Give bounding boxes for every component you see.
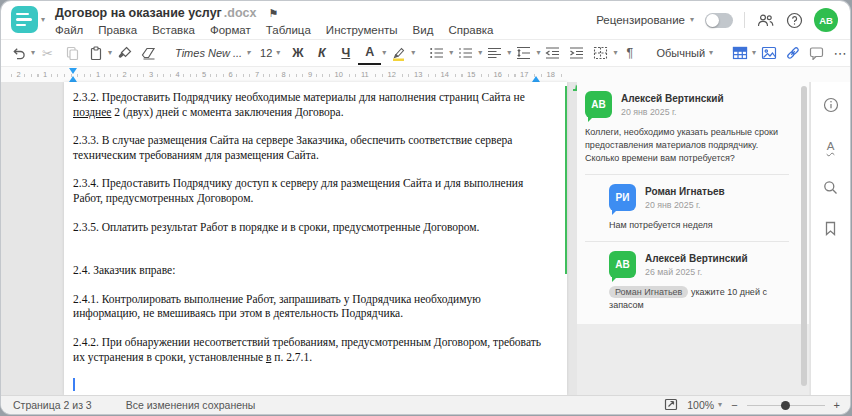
align-left-icon[interactable]	[483, 42, 506, 64]
help-icon[interactable]	[785, 11, 803, 29]
bullet-list-dropdown-icon[interactable]: ▾	[449, 49, 453, 57]
review-mode-label: Рецензирование	[596, 14, 685, 26]
ruler-number: 12	[386, 70, 398, 79]
borders-dropdown-icon[interactable]: ▾	[613, 49, 617, 57]
document-page[interactable]: 2.3.2. Предоставить Подрядчику необходим…	[64, 82, 567, 395]
bold-button[interactable]: Ж	[286, 42, 309, 64]
insert-link-icon[interactable]	[781, 42, 804, 64]
toolbar: ▾ ✂ ▾ Times New ... ▾	[1, 39, 850, 67]
font-size-value: 12	[260, 47, 272, 59]
clear-style-icon[interactable]	[137, 42, 160, 64]
paste-icon[interactable]	[84, 42, 107, 64]
header: ▾ Договор на оказание услуг.docx ⚑ ФайлП…	[1, 1, 850, 39]
zoom-select[interactable]: 100% ▾	[687, 399, 722, 411]
app-logo[interactable]	[11, 6, 38, 33]
first-line-indent-marker[interactable]	[69, 68, 77, 74]
format-painter-icon[interactable]	[113, 42, 136, 64]
underline-button[interactable]: Ч	[334, 42, 357, 64]
collaborators-icon[interactable]	[756, 11, 774, 29]
table-dropdown-icon[interactable]: ▾	[752, 49, 756, 57]
comment-text: Нам потребуется неделя	[609, 219, 789, 232]
paragraph: 2.4.1. Контролировать выполнение Работ, …	[73, 292, 545, 321]
menu-item-0[interactable]: Файл	[55, 24, 83, 36]
status-bar: Страница 2 из 3 Все изменения сохранены …	[1, 395, 850, 414]
line-spacing-dropdown-icon[interactable]: ▾	[536, 49, 540, 57]
comment-date: 20 янв 2025 г.	[645, 200, 725, 210]
paragraph: 2.3.2. Предоставить Подрядчику необходим…	[73, 90, 545, 119]
document-extension: .docx	[224, 6, 257, 20]
numbered-list-icon[interactable]	[454, 42, 477, 64]
ruler-number: 10	[333, 70, 345, 79]
ruler-number: 13	[412, 70, 424, 79]
comments-list: АВАлексей Вертинский20 янв 2025 г.Коллег…	[577, 82, 809, 324]
font-size-select[interactable]: 12 ▾	[255, 42, 285, 64]
highlight-color-icon[interactable]	[387, 42, 410, 64]
info-icon[interactable]	[822, 96, 840, 114]
bookmark-icon[interactable]	[822, 219, 840, 237]
paragraph: 2.3.5. Оплатить результат Работ в порядк…	[73, 220, 545, 235]
review-toggle[interactable]	[705, 13, 733, 28]
ruler-number: 6	[227, 70, 235, 79]
font-name-select[interactable]: Times New ... ▾	[170, 42, 254, 64]
italic-button[interactable]: К	[310, 42, 333, 64]
menu-item-3[interactable]: Формат	[210, 24, 251, 36]
line-spacing-icon[interactable]	[512, 42, 535, 64]
menu-item-1[interactable]: Правка	[98, 24, 137, 36]
user-avatar[interactable]: АВ	[814, 8, 838, 32]
show-formatting-marks-button[interactable]: ¶	[618, 42, 641, 64]
increase-indent-icon[interactable]	[565, 42, 588, 64]
numbered-list-dropdown-icon[interactable]: ▾	[478, 49, 482, 57]
more-tools-button[interactable]: ⋯	[829, 42, 850, 64]
document-title[interactable]: Договор на оказание услуг	[55, 6, 222, 20]
comment[interactable]: РИРоман Игнатьев20 янв 2025 г.Нам потреб…	[585, 174, 789, 232]
menu-item-5[interactable]: Инструменты	[326, 24, 398, 36]
comment[interactable]: АВАлексей Вертинский26 май 2025 г.Роман …	[585, 241, 789, 312]
comments-scrollbar[interactable]	[801, 86, 807, 386]
undo-dropdown-icon[interactable]: ▾	[31, 49, 35, 57]
comment-text: Коллеги, необходимо указать реальные сро…	[585, 126, 789, 165]
font-color-button[interactable]: А	[358, 41, 381, 65]
zoom-in-button[interactable]: +	[834, 399, 840, 411]
zoom-slider-thumb[interactable]	[781, 401, 790, 410]
chevron-down-icon: ▾	[718, 401, 722, 409]
mention-chip: Роман Игнатьев	[609, 286, 688, 298]
ruler-number: 8	[280, 70, 288, 79]
comment[interactable]: АВАлексей Вертинский20 янв 2025 г.Коллег…	[585, 91, 789, 165]
menu-item-7[interactable]: Справка	[448, 24, 493, 36]
comments-panel: АВАлексей Вертинский20 янв 2025 г.Коллег…	[577, 82, 809, 395]
paragraph	[73, 248, 545, 263]
review-mode-select[interactable]: Рецензирование ▾	[596, 14, 694, 26]
flag-icon[interactable]: ⚑	[268, 7, 278, 20]
paragraph-borders-icon[interactable]	[589, 42, 612, 64]
fit-page-icon[interactable]	[664, 398, 678, 413]
align-dropdown-icon[interactable]: ▾	[507, 49, 511, 57]
zoom-out-button[interactable]: −	[731, 399, 737, 411]
comment-date: 26 май 2025 г.	[645, 267, 748, 277]
bullet-list-icon[interactable]	[425, 42, 448, 64]
spellcheck-icon[interactable]: А	[822, 137, 840, 155]
paragraph: 2.4. Заказчик вправе:	[73, 263, 545, 278]
decrease-indent-icon[interactable]	[541, 42, 564, 64]
zoom-slider[interactable]	[747, 401, 825, 410]
paragraph: 2.3.4. Предоставить Подрядчику доступ к …	[73, 176, 545, 205]
search-icon[interactable]	[822, 178, 840, 196]
copy-icon[interactable]	[60, 42, 83, 64]
logo-dropdown-icon[interactable]: ▾	[41, 16, 45, 24]
menu-item-6[interactable]: Вид	[413, 24, 434, 36]
highlight-dropdown-icon[interactable]: ▾	[411, 49, 415, 57]
menu-item-4[interactable]: Таблица	[266, 24, 311, 36]
undo-button[interactable]	[7, 42, 30, 64]
insert-image-icon[interactable]	[757, 42, 780, 64]
app-window: ▾ Договор на оказание услуг.docx ⚑ ФайлП…	[1, 1, 850, 414]
paragraph-style-select[interactable]: Обычный ▾	[651, 42, 718, 64]
insert-comment-icon[interactable]	[805, 42, 828, 64]
ruler-number: 14	[439, 70, 451, 79]
ruler-number: 5	[200, 70, 208, 79]
menu-item-2[interactable]: Вставка	[152, 24, 195, 36]
insert-table-icon[interactable]	[728, 42, 751, 64]
cut-icon[interactable]: ✂	[36, 42, 59, 64]
font-color-dropdown-icon[interactable]: ▾	[382, 49, 386, 57]
ruler-number: 11	[359, 70, 371, 79]
paste-dropdown-icon[interactable]: ▾	[108, 49, 112, 57]
zoom-value: 100%	[687, 399, 714, 411]
